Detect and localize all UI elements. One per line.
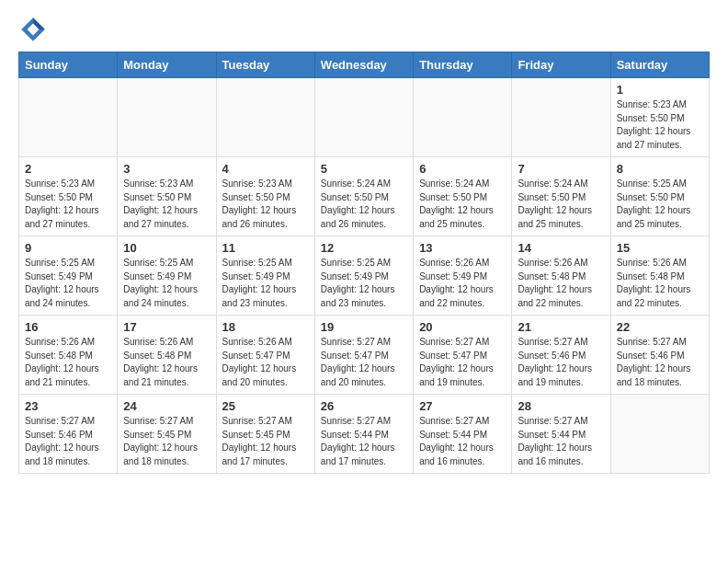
day-info: Sunrise: 5:25 AM Sunset: 5:49 PM Dayligh…: [222, 257, 309, 310]
calendar-cell: 28Sunrise: 5:27 AM Sunset: 5:44 PM Dayli…: [512, 395, 610, 474]
header: [18, 15, 710, 44]
calendar-cell: 24Sunrise: 5:27 AM Sunset: 5:45 PM Dayli…: [118, 395, 216, 474]
calendar-cell: 5Sunrise: 5:24 AM Sunset: 5:50 PM Daylig…: [314, 157, 413, 236]
day-info: Sunrise: 5:27 AM Sunset: 5:46 PM Dayligh…: [617, 336, 703, 389]
calendar: SundayMondayTuesdayWednesdayThursdayFrid…: [18, 52, 710, 474]
day-number: 21: [518, 320, 604, 334]
calendar-cell: 4Sunrise: 5:23 AM Sunset: 5:50 PM Daylig…: [216, 157, 314, 236]
calendar-cell: 9Sunrise: 5:25 AM Sunset: 5:49 PM Daylig…: [19, 236, 118, 316]
calendar-cell: 1Sunrise: 5:23 AM Sunset: 5:50 PM Daylig…: [610, 78, 709, 157]
calendar-header-friday: Friday: [512, 52, 610, 78]
day-number: 19: [321, 320, 407, 334]
day-number: 3: [123, 162, 210, 176]
day-number: 15: [617, 241, 703, 255]
day-number: 7: [518, 162, 604, 176]
calendar-week-3: 9Sunrise: 5:25 AM Sunset: 5:49 PM Daylig…: [19, 236, 710, 316]
calendar-cell: 11Sunrise: 5:25 AM Sunset: 5:49 PM Dayli…: [216, 236, 314, 316]
calendar-cell: 13Sunrise: 5:26 AM Sunset: 5:49 PM Dayli…: [414, 236, 512, 316]
day-number: 16: [25, 320, 111, 334]
day-info: Sunrise: 5:25 AM Sunset: 5:49 PM Dayligh…: [25, 257, 111, 310]
day-number: 23: [25, 399, 111, 413]
calendar-cell: 14Sunrise: 5:26 AM Sunset: 5:48 PM Dayli…: [512, 236, 610, 316]
day-info: Sunrise: 5:27 AM Sunset: 5:45 PM Dayligh…: [222, 415, 309, 468]
calendar-week-5: 23Sunrise: 5:27 AM Sunset: 5:46 PM Dayli…: [19, 395, 710, 474]
day-number: 10: [123, 241, 210, 255]
calendar-cell: [118, 78, 216, 157]
day-number: 20: [419, 320, 506, 334]
calendar-cell: 27Sunrise: 5:27 AM Sunset: 5:44 PM Dayli…: [414, 395, 512, 474]
calendar-cell: 16Sunrise: 5:26 AM Sunset: 5:48 PM Dayli…: [19, 316, 118, 395]
day-info: Sunrise: 5:26 AM Sunset: 5:48 PM Dayligh…: [617, 257, 703, 310]
calendar-cell: 7Sunrise: 5:24 AM Sunset: 5:50 PM Daylig…: [512, 157, 610, 236]
page: SundayMondayTuesdayWednesdayThursdayFrid…: [0, 0, 728, 488]
calendar-cell: 8Sunrise: 5:25 AM Sunset: 5:50 PM Daylig…: [610, 157, 709, 236]
day-number: 18: [222, 320, 309, 334]
day-number: 24: [123, 399, 210, 413]
calendar-cell: 18Sunrise: 5:26 AM Sunset: 5:47 PM Dayli…: [216, 316, 314, 395]
day-info: Sunrise: 5:26 AM Sunset: 5:47 PM Dayligh…: [222, 336, 309, 389]
day-number: 12: [321, 241, 407, 255]
day-info: Sunrise: 5:25 AM Sunset: 5:49 PM Dayligh…: [321, 257, 407, 310]
day-info: Sunrise: 5:26 AM Sunset: 5:49 PM Dayligh…: [419, 257, 506, 310]
day-info: Sunrise: 5:27 AM Sunset: 5:47 PM Dayligh…: [419, 336, 506, 389]
day-info: Sunrise: 5:27 AM Sunset: 5:45 PM Dayligh…: [123, 415, 210, 468]
calendar-cell: [19, 78, 118, 157]
calendar-cell: [314, 78, 413, 157]
logo: [18, 15, 51, 44]
day-info: Sunrise: 5:24 AM Sunset: 5:50 PM Dayligh…: [419, 178, 506, 231]
calendar-cell: 10Sunrise: 5:25 AM Sunset: 5:49 PM Dayli…: [118, 236, 216, 316]
day-number: 6: [419, 162, 506, 176]
day-number: 4: [222, 162, 309, 176]
calendar-cell: 26Sunrise: 5:27 AM Sunset: 5:44 PM Dayli…: [314, 395, 413, 474]
day-number: 28: [518, 399, 604, 413]
day-info: Sunrise: 5:27 AM Sunset: 5:47 PM Dayligh…: [321, 336, 407, 389]
day-number: 8: [617, 162, 703, 176]
day-info: Sunrise: 5:26 AM Sunset: 5:48 PM Dayligh…: [25, 336, 111, 389]
day-number: 9: [25, 241, 111, 255]
calendar-cell: 22Sunrise: 5:27 AM Sunset: 5:46 PM Dayli…: [610, 316, 709, 395]
calendar-cell: 12Sunrise: 5:25 AM Sunset: 5:49 PM Dayli…: [314, 236, 413, 316]
calendar-cell: 20Sunrise: 5:27 AM Sunset: 5:47 PM Dayli…: [414, 316, 512, 395]
calendar-week-1: 1Sunrise: 5:23 AM Sunset: 5:50 PM Daylig…: [19, 78, 710, 157]
day-info: Sunrise: 5:24 AM Sunset: 5:50 PM Dayligh…: [321, 178, 407, 231]
day-number: 25: [222, 399, 309, 413]
day-info: Sunrise: 5:24 AM Sunset: 5:50 PM Dayligh…: [518, 178, 604, 231]
day-number: 5: [321, 162, 407, 176]
calendar-cell: 21Sunrise: 5:27 AM Sunset: 5:46 PM Dayli…: [512, 316, 610, 395]
day-info: Sunrise: 5:27 AM Sunset: 5:44 PM Dayligh…: [321, 415, 407, 468]
calendar-cell: 17Sunrise: 5:26 AM Sunset: 5:48 PM Dayli…: [118, 316, 216, 395]
calendar-header-monday: Monday: [118, 52, 216, 78]
day-number: 26: [321, 399, 407, 413]
calendar-cell: [610, 395, 709, 474]
calendar-week-2: 2Sunrise: 5:23 AM Sunset: 5:50 PM Daylig…: [19, 157, 710, 236]
calendar-header-row: SundayMondayTuesdayWednesdayThursdayFrid…: [19, 52, 710, 78]
day-number: 14: [518, 241, 604, 255]
day-info: Sunrise: 5:26 AM Sunset: 5:48 PM Dayligh…: [518, 257, 604, 310]
calendar-header-wednesday: Wednesday: [314, 52, 413, 78]
calendar-header-thursday: Thursday: [414, 52, 512, 78]
day-number: 2: [25, 162, 111, 176]
calendar-header-saturday: Saturday: [610, 52, 709, 78]
calendar-cell: 23Sunrise: 5:27 AM Sunset: 5:46 PM Dayli…: [19, 395, 118, 474]
calendar-cell: [414, 78, 512, 157]
calendar-week-4: 16Sunrise: 5:26 AM Sunset: 5:48 PM Dayli…: [19, 316, 710, 395]
day-number: 22: [617, 320, 703, 334]
day-info: Sunrise: 5:23 AM Sunset: 5:50 PM Dayligh…: [222, 178, 309, 231]
calendar-cell: 19Sunrise: 5:27 AM Sunset: 5:47 PM Dayli…: [314, 316, 413, 395]
calendar-cell: [216, 78, 314, 157]
day-number: 13: [419, 241, 506, 255]
calendar-cell: [512, 78, 610, 157]
day-number: 27: [419, 399, 506, 413]
calendar-cell: 15Sunrise: 5:26 AM Sunset: 5:48 PM Dayli…: [610, 236, 709, 316]
day-info: Sunrise: 5:25 AM Sunset: 5:50 PM Dayligh…: [617, 178, 703, 231]
day-info: Sunrise: 5:23 AM Sunset: 5:50 PM Dayligh…: [617, 98, 703, 152]
day-info: Sunrise: 5:27 AM Sunset: 5:44 PM Dayligh…: [419, 415, 506, 468]
calendar-cell: 6Sunrise: 5:24 AM Sunset: 5:50 PM Daylig…: [414, 157, 512, 236]
day-info: Sunrise: 5:27 AM Sunset: 5:44 PM Dayligh…: [518, 415, 604, 468]
day-info: Sunrise: 5:25 AM Sunset: 5:49 PM Dayligh…: [123, 257, 210, 310]
day-info: Sunrise: 5:23 AM Sunset: 5:50 PM Dayligh…: [123, 178, 210, 231]
day-number: 11: [222, 241, 309, 255]
day-number: 17: [123, 320, 210, 334]
day-info: Sunrise: 5:27 AM Sunset: 5:46 PM Dayligh…: [518, 336, 604, 389]
calendar-header-tuesday: Tuesday: [216, 52, 314, 78]
